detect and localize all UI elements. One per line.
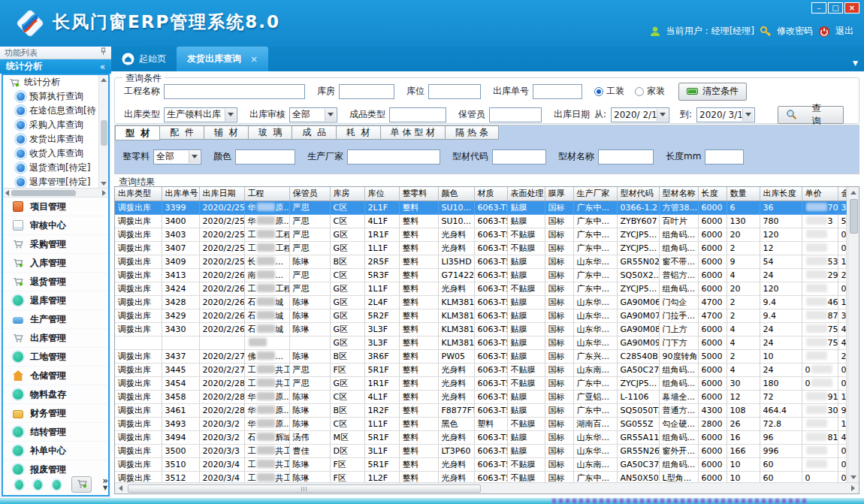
table-row[interactable]: 调拨出库34242020/2/26工工程严思G区1L1F整料光身料6063-T5… [115, 282, 846, 295]
column-header[interactable]: 颜色 [438, 187, 474, 201]
tree-item[interactable]: 采购入库查询 [3, 118, 108, 132]
collapse-icon[interactable]: « [100, 62, 105, 72]
tree-hscroll-thumb[interactable] [11, 190, 76, 196]
scroll-right-icon[interactable] [102, 190, 106, 196]
sidebar-item-退库管理[interactable]: 退库管理 [3, 291, 108, 310]
column-header[interactable]: 出库日期 [199, 187, 244, 201]
material-tab-7[interactable]: 单 体 型 材 [381, 125, 446, 140]
table-row[interactable]: 调拨出库33992020/2/25华原...严思C区2L1F整料SU10...6… [115, 201, 846, 214]
column-header[interactable]: 出库长度 [760, 187, 802, 201]
scroll-up-icon[interactable] [850, 191, 856, 195]
column-header[interactable]: 出库单号 [162, 187, 199, 201]
pin-icon[interactable] [100, 47, 107, 58]
column-header[interactable]: 膜厚 [545, 187, 573, 201]
column-header[interactable]: 保管员 [289, 187, 330, 201]
column-header[interactable]: 库房 [330, 187, 364, 201]
query-出库审核-select[interactable]: 全部 [289, 107, 337, 122]
scroll-left-icon[interactable] [119, 485, 122, 491]
tree-scroll-thumb[interactable] [101, 120, 107, 146]
query-库房-input[interactable] [339, 84, 394, 99]
column-header[interactable]: 库位 [364, 187, 399, 201]
maximize-button[interactable]: □ [828, 2, 843, 14]
column-header[interactable]: 数量 [727, 187, 760, 201]
table-row[interactable]: 调拨出库34292020/2/26石城陈琳G区5R2F整料KLM38176063… [115, 309, 846, 322]
table-row[interactable]: 调拨出库34092020/2/25长...陈琳B区2R5F整料LI35HD606… [115, 255, 846, 268]
table-row[interactable]: 调拨出库34002020/2/25华原...严思C区4L1F整料SU10...6… [115, 214, 846, 228]
column-header[interactable]: 型材名称 [659, 187, 698, 201]
tree-item[interactable]: 发货出库查询 [3, 132, 108, 146]
table-row[interactable]: 调拨出库34942020/3/2石辉城汤伟M区5R1F整料光身料6063-T5贴… [115, 430, 846, 444]
scroll-down-icon[interactable] [850, 475, 856, 479]
tab-active[interactable]: 发货出库查询 × [177, 47, 268, 71]
table-row[interactable]: 调拨出库34582020/2/28华原...陈琳C区4L1F整料光身料6063-… [115, 390, 846, 403]
sidebar-item-退货管理[interactable]: 退货管理 [3, 273, 108, 291]
column-header[interactable]: 长度 [698, 187, 727, 201]
query-保管员-input[interactable] [489, 107, 542, 122]
material-tab-1[interactable]: 型 材 [115, 125, 160, 140]
table-row[interactable]: 调拨出库34452020/2/27工共工程严思F区5R1F整料光身料6063-T… [115, 363, 846, 376]
quick-item-icon[interactable] [53, 480, 61, 490]
query-工程名称-input[interactable] [164, 84, 305, 99]
subfilter-整零料-select[interactable]: 全部 [153, 149, 201, 164]
close-button[interactable]: × [844, 2, 859, 14]
sidebar-item-审核中心[interactable]: 审核中心 [3, 216, 108, 235]
sidebar-item-仓储管理[interactable]: 仓储管理 [3, 367, 108, 385]
tree-item[interactable]: 预算执行查询 [3, 89, 108, 104]
tree-root[interactable]: 统计分析 [3, 75, 108, 89]
subfilter-长度mm-input[interactable] [705, 149, 744, 164]
clear-conditions-button[interactable]: 清空条件 [678, 83, 747, 101]
column-header[interactable]: 生产厂家 [573, 187, 617, 201]
column-header[interactable]: 整零料 [399, 187, 438, 201]
column-header[interactable]: 单价 [802, 187, 838, 201]
sidebar-item-入库管理[interactable]: 入库管理 [3, 254, 108, 273]
sidebar-item-物料盘存[interactable]: 物料盘存 [3, 385, 108, 404]
tab-list-caret-icon[interactable]: ▼ [853, 59, 858, 67]
sidebar-item-财务管理[interactable]: 财务管理 [3, 404, 108, 423]
quick-item-icon[interactable] [34, 480, 42, 490]
query-成品类型-input[interactable] [389, 107, 446, 122]
query-出库单号-input[interactable] [533, 84, 582, 99]
material-tab-8[interactable]: 隔 热 条 [446, 125, 499, 140]
table-hscroll-thumb[interactable] [128, 484, 481, 493]
sidebar-item-出库管理[interactable]: 出库管理 [3, 329, 108, 348]
table-row[interactable]: 调拨出库34372020/2/27佛...陈琳B区3R6F整料PW056063-… [115, 349, 846, 363]
tree-item[interactable]: 退货查询[待定] [3, 161, 108, 175]
column-header[interactable]: 出库类型 [115, 187, 162, 201]
sidebar-item-补单中心[interactable]: 补单中心 [3, 442, 108, 460]
column-header[interactable]: 工程 [244, 187, 289, 201]
more-button[interactable]: » ▼ [102, 478, 108, 491]
tab-close-icon[interactable]: × [250, 54, 258, 65]
cart-shortcut-button[interactable] [71, 476, 92, 493]
query-出库类型-select[interactable]: 生产领料出库 [164, 107, 237, 122]
column-header[interactable]: 型材代码 [617, 187, 659, 201]
material-tab-6[interactable]: 耗 材 [337, 125, 381, 140]
material-tab-4[interactable]: 玻 璃 [249, 125, 293, 140]
minimize-button[interactable]: － [811, 2, 826, 14]
sidebar-item-工地管理[interactable]: 工地管理 [3, 348, 108, 367]
table-vscroll-thumb[interactable] [850, 199, 858, 234]
table-row[interactable]: 调拨出库35002020/3/3工共工程曹佳D区3L1F整料LT3P606063… [115, 444, 846, 457]
sidebar-item-采购管理[interactable]: 采购管理 [3, 235, 108, 254]
tab-home[interactable]: 起始页 [111, 47, 177, 71]
sidebar-item-结转管理[interactable]: 结转管理 [3, 423, 108, 442]
tree-horizontal-scrollbar[interactable] [3, 188, 108, 197]
table-row[interactable]: 调拨出库34132020/2/26南...严思C区5R3F整料G71422606… [115, 268, 846, 282]
table-row[interactable]: 调拨出库34542020/2/28工共工程严思G区1R1F整料光身料6063-T… [115, 376, 846, 390]
column-header[interactable]: 表面处理 [507, 187, 545, 201]
radio-gongzhuang[interactable]: 工装 [594, 85, 624, 98]
scroll-down-icon[interactable] [101, 182, 107, 186]
query-库位-input[interactable] [428, 84, 481, 99]
table-vertical-scrollbar[interactable] [847, 187, 859, 482]
sidebar-item-生产管理[interactable]: 生产管理 [3, 310, 108, 329]
date-to-picker[interactable]: 2020/ 3/16 [696, 107, 755, 122]
logout-button[interactable]: 退出 [835, 25, 853, 38]
material-tab-2[interactable]: 配 件 [160, 125, 204, 140]
table-row[interactable]: G区3L3F整料KLM38176063-T5贴膜国标山东华...GA90M09.… [115, 336, 846, 349]
tree-vertical-scrollbar[interactable] [98, 75, 108, 189]
quick-item-icon[interactable] [15, 480, 23, 490]
scroll-left-icon[interactable] [5, 190, 9, 196]
column-header[interactable]: 材质 [474, 187, 507, 201]
tree-item[interactable]: 在途信息查询[待 [3, 104, 108, 118]
date-from-picker[interactable]: 2020/ 2/16 [611, 107, 669, 122]
tree-item[interactable]: 收货入库查询 [3, 146, 108, 161]
